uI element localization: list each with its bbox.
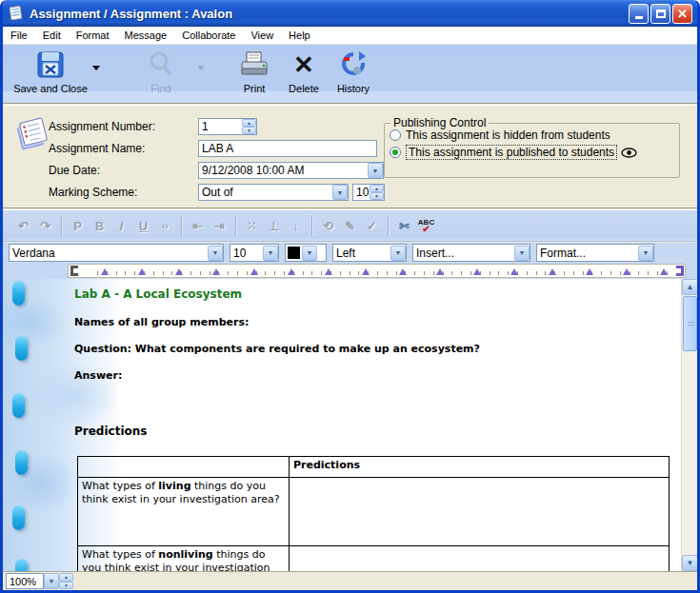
format-dropdown-icon[interactable] (638, 246, 653, 261)
revert-icon[interactable]: ⟲ (317, 215, 339, 236)
assignment-number-label: Assignment Number: (49, 120, 198, 133)
menu-message[interactable]: Message (117, 28, 175, 43)
right-margin-marker[interactable] (676, 266, 684, 276)
alignment-combobox[interactable]: Left (332, 244, 407, 262)
assignment-number-value: 1 (199, 120, 242, 133)
spellcheck-icon[interactable]: ABC (415, 215, 437, 236)
preview-eye-icon[interactable] (621, 148, 637, 158)
assignment-name-input[interactable] (199, 141, 376, 156)
menu-help[interactable]: Help (281, 28, 318, 43)
hidden-radio[interactable] (390, 129, 401, 141)
marking-points-field[interactable]: 10 ▲▼ (352, 184, 385, 201)
find-icon (146, 49, 176, 81)
font-size-value: 10 (230, 247, 263, 260)
close-button[interactable]: ✕ (672, 4, 692, 24)
insert-dropdown-icon[interactable] (514, 246, 530, 261)
print-icon (238, 49, 270, 81)
history-button[interactable]: History (329, 49, 378, 94)
plain-style-icon[interactable]: P (67, 215, 89, 236)
scrollbar-thumb[interactable] (683, 296, 697, 351)
header-cell-empty (78, 457, 290, 478)
nonliving-answer-cell[interactable] (290, 546, 670, 572)
menu-file[interactable]: File (3, 28, 35, 43)
find-label: Find (150, 83, 170, 94)
due-date-dropdown-icon[interactable] (368, 163, 383, 178)
zoom-dropdown-icon[interactable] (44, 573, 59, 589)
nonliving-question-cell: What types of nonliving things do you th… (78, 546, 290, 572)
menu-collaborate[interactable]: Collaborate (174, 28, 243, 43)
find-options-caret (197, 66, 205, 70)
font-size-dropdown-icon[interactable] (263, 246, 278, 261)
assignment-form: Assignment Number: 1 ▲▼ Assignment Name:… (3, 105, 697, 208)
delete-label: Delete (289, 83, 319, 94)
living-answer-cell[interactable] (290, 478, 670, 546)
signature-icon[interactable]: ✄ (393, 215, 415, 236)
ruler-bar (3, 263, 697, 279)
font-color-dropdown-icon[interactable] (302, 246, 317, 261)
names-line: Names of all group members: (74, 316, 249, 328)
due-date-combobox[interactable]: 9/12/2008 10:00 AM (198, 162, 384, 179)
zoom-combobox[interactable]: 100% (6, 573, 44, 589)
menu-bar: File Edit Format Message Collaborate Vie… (3, 27, 697, 45)
redo-icon[interactable]: ↷ (34, 215, 56, 236)
font-family-combobox[interactable]: Verdana (9, 244, 224, 262)
toolbar-separator (61, 215, 62, 236)
published-radio[interactable] (390, 147, 401, 158)
published-option-row[interactable]: This assignment is published to students (390, 144, 674, 161)
scroll-down-icon[interactable]: ▼ (682, 555, 697, 571)
marking-points-value: 10 (353, 186, 370, 199)
marking-scheme-dropdown-icon[interactable] (332, 185, 348, 200)
approve-icon[interactable]: ✓ (361, 215, 383, 236)
print-button[interactable]: Print (230, 49, 279, 94)
pen-icon[interactable]: ✎ (339, 215, 361, 236)
save-options-caret[interactable] (92, 66, 100, 70)
ruler[interactable] (68, 264, 686, 278)
quotes-icon[interactable]: ‹› (154, 215, 176, 236)
publishing-control-legend: Publishing Control (390, 116, 489, 129)
zoom-control[interactable]: 100% ▲▼ (6, 573, 73, 589)
formatting-toolbar: ↶ ↷ P B I U ‹› ⇤ ⇥ ⁙ ⊥ ↓ ⟲ ✎ ✓ ✄ ABC (3, 209, 697, 242)
main-toolbar: Save and Close Find (3, 45, 697, 104)
title-bar: Assignment / Assignment : Avalon ✕ (0, 0, 700, 27)
insert-value: Insert... (413, 247, 514, 260)
tab-stops-icon[interactable]: ⁙ (241, 215, 263, 236)
menu-view[interactable]: View (243, 28, 281, 43)
assignment-number-field[interactable]: 1 ▲▼ (198, 118, 257, 135)
marking-scheme-combobox[interactable]: Out of (198, 184, 349, 201)
indent-icon[interactable]: ⇥ (209, 215, 230, 236)
document-editor[interactable]: Lab A - A Local Ecosystem Names of all g… (3, 279, 697, 571)
assignment-pad-icon (12, 117, 50, 155)
font-toolbar: Verdana 10 Left Insert... (3, 243, 697, 263)
zoom-spinner[interactable]: ▲▼ (59, 573, 73, 589)
assignment-number-spinner[interactable]: ▲▼ (242, 119, 256, 134)
font-color-combobox[interactable] (285, 244, 327, 262)
menu-edit[interactable]: Edit (35, 28, 69, 43)
bold-icon[interactable]: B (89, 215, 110, 236)
italic-icon[interactable]: I (110, 215, 132, 236)
due-date-value: 9/12/2008 10:00 AM (199, 164, 368, 177)
font-family-dropdown-icon[interactable] (208, 246, 223, 261)
toolbar-separator (388, 215, 389, 236)
underline-icon[interactable]: U (132, 215, 154, 236)
delete-button[interactable]: ✕ Delete (279, 49, 329, 94)
scroll-up-icon[interactable]: ▲ (682, 279, 697, 295)
font-size-combobox[interactable]: 10 (230, 244, 279, 262)
window-title: Assignment / Assignment : Avalon (30, 7, 629, 21)
outdent-icon[interactable]: ⇤ (187, 215, 209, 236)
tab-stop-markers (101, 268, 668, 276)
vertical-scrollbar[interactable]: ▲ ▼ (681, 279, 697, 571)
find-button[interactable]: Find (127, 49, 195, 94)
undo-icon[interactable]: ↶ (12, 215, 34, 236)
save-and-close-button[interactable]: Save and Close (10, 49, 90, 94)
insert-combobox[interactable]: Insert... (412, 244, 530, 262)
minimize-button[interactable] (629, 4, 649, 24)
left-margin-marker[interactable] (70, 266, 78, 276)
format-combobox[interactable]: Format... (536, 244, 654, 262)
alignment-dropdown-icon[interactable] (390, 246, 406, 261)
move-down-icon[interactable]: ↓ (285, 215, 307, 236)
baseline-icon[interactable]: ⊥ (263, 215, 285, 236)
maximize-button[interactable] (650, 4, 670, 24)
marking-scheme-value: Out of (199, 186, 332, 199)
marking-points-spinner[interactable]: ▲▼ (370, 185, 384, 200)
menu-format[interactable]: Format (69, 28, 117, 43)
